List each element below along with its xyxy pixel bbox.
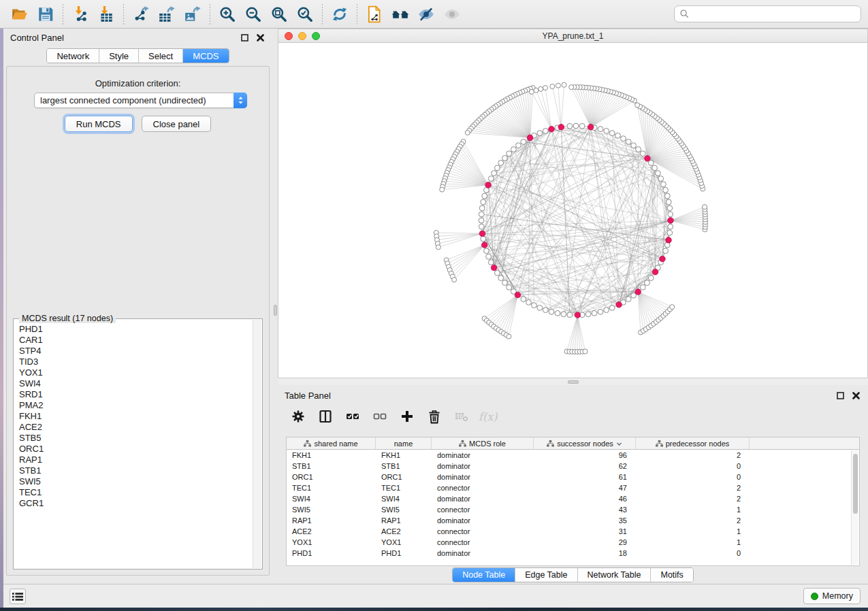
network-node[interactable] (532, 303, 537, 308)
cell-MCDS-role[interactable]: dominator (432, 450, 534, 461)
cell-shared-name[interactable]: SWI4 (287, 493, 376, 504)
network-node[interactable] (664, 193, 670, 199)
cell-name[interactable]: FKH1 (376, 450, 432, 461)
float-panel-button[interactable] (239, 32, 250, 43)
hide-selected-button[interactable] (413, 3, 439, 26)
tab-select[interactable]: Select (139, 49, 183, 63)
network-node[interactable] (484, 187, 489, 193)
table-row[interactable]: RAP1RAP1dominator352 (287, 515, 859, 526)
network-node[interactable] (585, 312, 591, 317)
close-table-panel-button[interactable] (850, 390, 861, 401)
column-header-predecessor-nodes[interactable]: predecessor nodes (636, 437, 750, 449)
network-node[interactable] (631, 143, 637, 148)
network-node[interactable] (549, 309, 554, 314)
run-mcds-button[interactable]: Run MCDS (65, 116, 133, 132)
network-node[interactable] (507, 284, 512, 290)
table-row[interactable]: SWI4SWI4dominator462 (287, 493, 859, 504)
network-node[interactable] (592, 310, 597, 316)
cell-shared-name[interactable]: STB1 (287, 461, 376, 472)
network-node[interactable] (667, 230, 673, 235)
network-node[interactable] (609, 306, 615, 311)
network-node[interactable] (658, 176, 664, 182)
close-panel-action-button[interactable]: Close panel (142, 116, 212, 132)
cell-predecessor-nodes[interactable]: 2 (636, 482, 750, 493)
mcds-result-item[interactable]: TEC1 (19, 487, 253, 498)
mcds-network-node[interactable] (616, 302, 622, 308)
network-node[interactable] (567, 123, 573, 129)
network-node[interactable] (667, 205, 673, 211)
network-node[interactable] (526, 300, 532, 306)
mcds-network-node[interactable] (491, 265, 497, 271)
cell-MCDS-role[interactable]: dominator (432, 515, 534, 526)
cell-name[interactable]: TEC1 (376, 482, 432, 493)
cell-predecessor-nodes[interactable]: 1 (636, 526, 750, 537)
network-leaf-node[interactable] (534, 88, 539, 93)
cell-predecessor-nodes[interactable]: 2 (636, 450, 750, 461)
cell-name[interactable]: YOX1 (376, 537, 432, 548)
network-leaf-node[interactable] (670, 305, 675, 310)
apply-layout-button[interactable] (327, 3, 353, 26)
network-node[interactable] (511, 147, 517, 152)
tab-node-table[interactable]: Node Table (453, 568, 515, 582)
network-node[interactable] (495, 270, 500, 276)
table-scrollbar[interactable] (851, 450, 858, 565)
cell-predecessor-nodes[interactable]: 2 (636, 493, 750, 504)
network-node[interactable] (484, 248, 489, 254)
network-leaf-node[interactable] (550, 84, 555, 89)
show-log-console-button[interactable] (10, 589, 26, 604)
mcds-result-item[interactable]: FKH1 (19, 411, 253, 422)
mcds-network-node[interactable] (481, 242, 487, 248)
network-node[interactable] (561, 312, 566, 317)
tab-mcds[interactable]: MCDS (183, 49, 228, 63)
memory-button[interactable]: Memory (803, 588, 861, 604)
cell-shared-name[interactable]: SWI5 (287, 504, 376, 515)
network-node[interactable] (498, 276, 504, 281)
network-node[interactable] (537, 306, 543, 311)
function-builder-button[interactable]: f(x) (481, 409, 497, 425)
mcds-network-node[interactable] (527, 135, 533, 141)
cell-shared-name[interactable]: ACE2 (287, 526, 376, 537)
network-node[interactable] (615, 133, 621, 138)
column-header-MCDS-role[interactable]: MCDS role (432, 437, 534, 449)
cell-MCDS-role[interactable]: connector (432, 504, 534, 515)
network-node[interactable] (609, 131, 615, 136)
network-node[interactable] (631, 293, 637, 298)
mcds-result-item[interactable]: ORC1 (19, 444, 253, 455)
cell-name[interactable]: RAP1 (376, 515, 432, 526)
search-box[interactable] (674, 5, 861, 22)
cell-predecessor-nodes[interactable]: 0 (636, 461, 750, 472)
network-window-titlebar[interactable]: YPA_prune.txt_1 (278, 29, 867, 43)
cell-successor-nodes[interactable]: 31 (534, 526, 636, 537)
cell-name[interactable]: STB1 (376, 461, 432, 472)
network-leaf-node[interactable] (556, 83, 560, 88)
network-node[interactable] (648, 161, 654, 166)
mcds-result-item[interactable]: PMA2 (19, 400, 253, 411)
mcds-network-node[interactable] (588, 124, 594, 130)
show-all-button[interactable] (439, 3, 465, 26)
column-header-successor-nodes[interactable]: successor nodes (534, 437, 636, 449)
mcds-result-list[interactable]: PHD1CAR1STP4TID3YOX1SWI4SRD1PMA2FKH1ACE2… (14, 320, 253, 568)
cell-shared-name[interactable]: TEC1 (287, 482, 376, 493)
network-node[interactable] (482, 193, 487, 199)
network-node[interactable] (486, 254, 492, 259)
network-leaf-node[interactable] (562, 82, 566, 87)
network-node[interactable] (537, 131, 543, 136)
cell-name[interactable]: PHD1 (376, 548, 432, 559)
cell-shared-name[interactable]: ORC1 (287, 472, 376, 482)
table-settings-button[interactable] (290, 409, 306, 425)
table-row[interactable]: STB1STB1dominator620 (287, 461, 859, 472)
export-network-button[interactable] (128, 3, 154, 26)
cell-predecessor-nodes[interactable]: 1 (636, 504, 750, 515)
mcds-network-node[interactable] (652, 269, 658, 275)
mcds-result-item[interactable]: GCR1 (19, 498, 253, 509)
toggle-column-visibility-button[interactable] (317, 409, 334, 425)
network-leaf-node[interactable] (440, 187, 445, 192)
network-node[interactable] (579, 123, 585, 129)
mcds-list-scrollbar[interactable] (253, 320, 261, 568)
network-node[interactable] (598, 127, 603, 132)
cell-MCDS-role[interactable]: dominator (432, 548, 534, 559)
network-node[interactable] (479, 218, 484, 223)
network-node[interactable] (479, 224, 484, 229)
cell-shared-name[interactable]: RAP1 (287, 515, 376, 526)
delete-columns-button[interactable] (426, 409, 443, 425)
